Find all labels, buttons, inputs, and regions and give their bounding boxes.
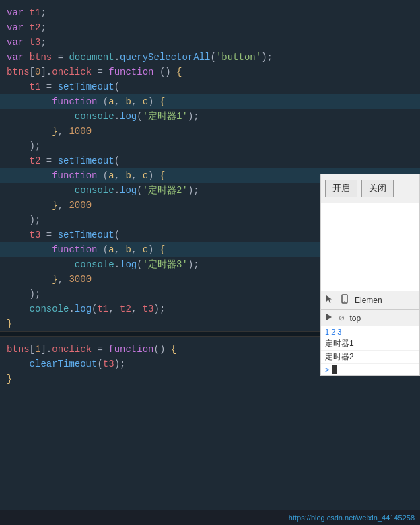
- code-line-11: t2 = setTimeout (: [0, 153, 420, 168]
- code-line-4: var btns = document . querySelectorAll (…: [0, 50, 420, 65]
- code-line-9: } , 1000: [0, 124, 420, 139]
- svg-marker-2: [326, 314, 332, 320]
- var-t1: t1: [30, 5, 41, 20]
- cursor-blink: [332, 365, 337, 374]
- top-label: top: [349, 314, 361, 323]
- code-line-1: var t1 ;: [0, 5, 420, 20]
- code-area: var t1 ; var t2 ; var t3 ; var btns = do…: [0, 0, 420, 525]
- console-cursor-line: >: [321, 364, 419, 375]
- ban-icon: ⊘: [339, 312, 344, 324]
- play-icon: [325, 313, 333, 324]
- devtools-console-bar: ⊘ top: [321, 309, 419, 326]
- status-bar: https://blog.csdn.net/weixin_44145258: [0, 510, 420, 525]
- devtools-numbers: 1 2 3: [321, 326, 419, 337]
- log-line-1: 定时器1: [321, 337, 419, 351]
- keyword-var: var: [7, 5, 24, 20]
- code-line-5: btns [ 0 ]. onclick = function () {: [0, 65, 420, 79]
- code-line-2: var t2 ;: [0, 20, 420, 35]
- code-line-7: function ( a , b , c ) {: [0, 94, 420, 109]
- cursor-icon: [325, 294, 335, 306]
- log-line-2: 定时器2: [321, 351, 419, 364]
- svg-point-1: [344, 301, 345, 302]
- code-line-8: console . log ( '定时器1' );: [0, 109, 420, 124]
- chevron-right-icon: >: [325, 365, 329, 374]
- code-line-3: var t3 ;: [0, 35, 420, 50]
- mobile-icon: [340, 294, 349, 306]
- overlay-white-area: [321, 203, 419, 291]
- devtools-toolbar: Elemen: [321, 291, 419, 309]
- overlay-panel: 开启 关闭 Elemen ⊘: [320, 174, 420, 376]
- overlay-button-row: 开启 关闭: [321, 174, 419, 203]
- code-line-6: t1 = setTimeout (: [0, 79, 420, 94]
- status-url: https://blog.csdn.net/weixin_44145258: [289, 514, 415, 522]
- close-button[interactable]: 关闭: [361, 180, 394, 197]
- elements-label: Elemen: [355, 295, 382, 305]
- open-button[interactable]: 开启: [325, 180, 357, 197]
- code-line-10: );: [0, 139, 420, 153]
